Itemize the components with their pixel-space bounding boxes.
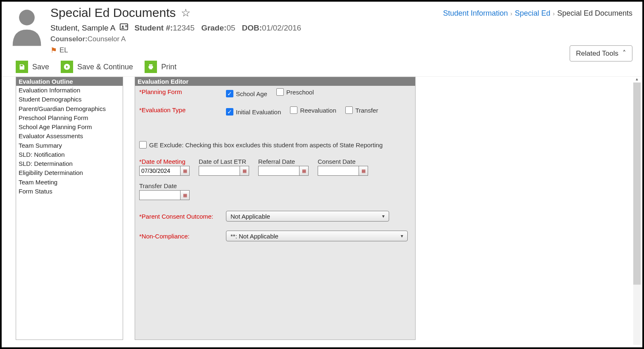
reevaluation-checkbox[interactable]: Reevaluation [290, 106, 336, 114]
student-name: Student, Sample A [50, 24, 115, 33]
save-icon [16, 61, 28, 73]
editor-header: Evaluation Editor [135, 77, 415, 86]
chevron-right-icon: › [553, 10, 555, 17]
save-continue-button[interactable]: Save & Continue [61, 61, 133, 73]
date-last-etr-input[interactable] [199, 166, 240, 176]
svg-rect-4 [125, 26, 128, 27]
outline-item[interactable]: Form Status [16, 187, 123, 196]
dob-label: DOB: [242, 24, 262, 33]
checkbox-icon [290, 106, 297, 114]
flag-label: EL [59, 46, 68, 54]
breadcrumb-current: Special Ed Documents [557, 9, 632, 18]
print-icon [145, 61, 157, 73]
outline-item[interactable]: Team Summary [16, 141, 123, 150]
outline-item[interactable]: Evaluation Information [16, 86, 123, 95]
outline-item[interactable]: Student Demographics [16, 95, 123, 104]
calendar-icon[interactable]: ▦ [181, 166, 190, 176]
parent-consent-outcome-select[interactable]: Not Applicable ▾ [226, 211, 389, 222]
scroll-up-icon[interactable]: ▴ [633, 75, 641, 83]
ge-exclude-checkbox[interactable]: GE Exclude: Checking this box excludes t… [139, 141, 383, 149]
svg-point-0 [19, 10, 35, 26]
transfer-checkbox[interactable]: Transfer [345, 106, 378, 114]
checkbox-icon [139, 141, 147, 149]
arrow-right-icon [61, 61, 73, 73]
breadcrumb-special-ed[interactable]: Special Ed [515, 9, 550, 18]
check-icon: ✓ [226, 108, 233, 116]
grade-value: 05 [226, 24, 235, 33]
print-label: Print [161, 63, 176, 71]
calendar-icon[interactable]: ▦ [299, 166, 309, 176]
chevron-down-icon: ▾ [382, 213, 385, 219]
evaluation-outline-panel: Evaluation Outline Evaluation Informatio… [16, 77, 123, 340]
save-label: Save [32, 63, 49, 71]
evaluation-type-label: *Evaluation Type [139, 106, 226, 113]
avatar [9, 6, 45, 47]
preschool-checkbox[interactable]: Preschool [276, 88, 314, 96]
counselor-value: Counselor A [88, 35, 126, 43]
svg-rect-3 [125, 25, 128, 26]
chevron-up-icon: ˄ [623, 49, 626, 58]
breadcrumb-student-info[interactable]: Student Information [443, 9, 508, 18]
related-tools-label: Related Tools [576, 50, 618, 58]
counselor-label: Counselor: [50, 35, 88, 43]
non-compliance-label: *Non-Compliance: [139, 233, 226, 240]
school-age-checkbox[interactable]: ✓School Age [226, 90, 267, 97]
checkbox-icon [276, 88, 284, 96]
date-of-meeting-label: *Date of Meeting [139, 158, 190, 165]
outline-item[interactable]: Eligibility Determination [16, 168, 123, 177]
outline-item[interactable]: Parent/Guardian Demographics [16, 104, 123, 113]
student-number: 12345 [173, 24, 195, 33]
referral-date-label: Referral Date [258, 158, 309, 165]
parent-consent-outcome-label: *Parent Consent Outcome: [139, 213, 226, 220]
transfer-date-input[interactable] [139, 190, 181, 200]
calendar-icon[interactable]: ▦ [181, 190, 190, 200]
planning-form-label: *Planning Form [139, 88, 226, 95]
checkbox-icon [345, 106, 353, 114]
outline-header: Evaluation Outline [16, 77, 123, 86]
print-button[interactable]: Print [145, 61, 176, 73]
scroll-thumb[interactable] [633, 83, 641, 285]
ge-exclude-label: GE Exclude: Checking this box excludes t… [149, 141, 383, 149]
save-button[interactable]: Save [16, 61, 49, 73]
grade-label: Grade: [201, 24, 226, 33]
calendar-icon[interactable]: ▦ [240, 166, 249, 176]
outline-item[interactable]: Preschool Planning Form [16, 113, 123, 123]
evaluation-editor-panel: Evaluation Editor *Planning Form ✓School… [135, 77, 416, 340]
page-title: Special Ed Documents [50, 6, 176, 20]
consent-date-label: Consent Date [318, 158, 368, 165]
flag-icon[interactable]: ⚑ [50, 46, 57, 55]
initial-evaluation-checkbox[interactable]: ✓Initial Evaluation [226, 108, 281, 116]
calendar-icon[interactable]: ▦ [359, 166, 368, 176]
transfer-date-label: Transfer Date [139, 182, 190, 189]
outline-item[interactable]: SLD: Determination [16, 159, 123, 168]
save-continue-label: Save & Continue [77, 63, 133, 71]
outline-item[interactable]: School Age Planning Form [16, 123, 123, 132]
chevron-right-icon: › [511, 10, 513, 17]
consent-date-input[interactable] [318, 166, 359, 176]
check-icon: ✓ [226, 90, 233, 97]
favorite-star-icon[interactable]: ☆ [181, 7, 190, 19]
outline-item[interactable]: SLD: Notification [16, 150, 123, 159]
chevron-down-icon: ▾ [401, 233, 403, 239]
referral-date-input[interactable] [258, 166, 299, 176]
related-tools-button[interactable]: Related Tools ˄ [570, 45, 632, 61]
outline-item[interactable]: Team Meeting [16, 178, 123, 187]
non-compliance-select[interactable]: **: Not Applicable ▾ [226, 231, 408, 241]
scrollbar[interactable]: ▴ [633, 83, 641, 345]
student-number-label: Student #: [134, 24, 173, 33]
date-of-meeting-input[interactable] [139, 166, 181, 176]
id-card-icon[interactable] [119, 22, 128, 33]
dob-value: 01/02/2016 [262, 24, 301, 33]
breadcrumb: Student Information › Special Ed › Speci… [443, 9, 632, 18]
svg-point-2 [122, 26, 124, 27]
outline-item[interactable]: Evaluator Assessments [16, 132, 123, 141]
date-last-etr-label: Date of Last ETR [199, 158, 249, 165]
